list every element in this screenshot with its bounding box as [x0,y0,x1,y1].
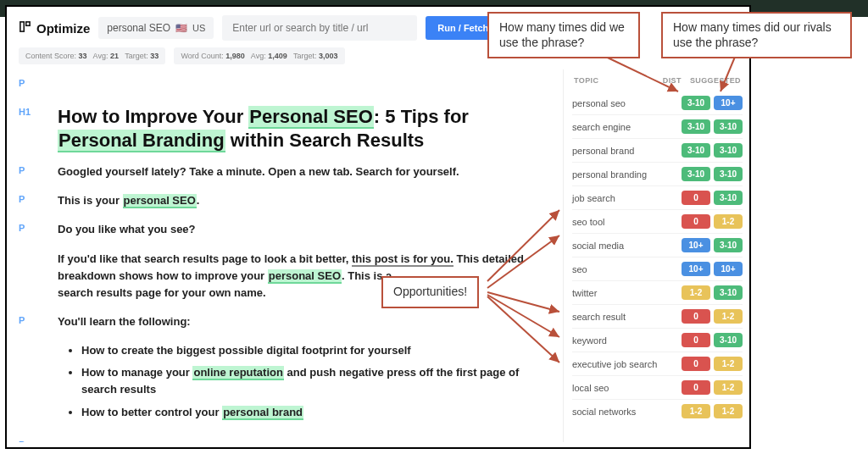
suggested-pill: 3-10 [714,285,743,300]
col-topic: TOPIC [574,76,598,85]
paragraph: Do you like what you see? [58,221,196,238]
suggested-pill: 3-10 [714,238,743,252]
dist-pill: 3-10 [682,96,710,110]
list-item: How to create the biggest possible digit… [81,342,548,359]
app-title-text: Optimize [36,21,90,36]
topic-name: search result [572,312,678,322]
col-suggested: SUGGESTED [690,76,741,85]
topic-row[interactable]: personal brand3-103-10 [572,138,743,162]
locale-text: US [192,23,205,33]
topic-row[interactable]: twitter1-23-10 [572,280,743,304]
suggested-pill: 1-2 [714,357,743,371]
tag-p: P [19,76,42,88]
col-dist: DIST [663,76,682,85]
dist-pill: 1-2 [682,404,710,418]
topic-name: keyword [572,335,678,346]
dist-pill: 0 [682,333,710,347]
layout-icon [19,20,31,36]
locale-flag: 🇺🇸 [175,23,187,34]
keyword-text: personal SEO [107,22,170,34]
topic-row[interactable]: local seo01-2 [572,375,743,399]
topic-row[interactable]: social networks1-21-2 [572,399,743,423]
main-area: P H1 How to Improve Your Personal SEO: 5… [7,69,749,442]
topic-name: personal branding [572,169,678,180]
dist-pill: 1-2 [682,285,710,300]
dist-pill: 0 [682,309,710,324]
topic-row[interactable]: personal seo3-1010+ [572,91,743,114]
suggested-pill: 3-10 [714,191,743,205]
svg-rect-1 [26,22,30,25]
topic-name: personal brand [572,146,678,156]
topic-row[interactable]: personal branding3-103-10 [572,162,743,185]
annotation-suggested: How many times did our rivals use the ph… [661,12,852,58]
suggested-pill: 10+ [714,96,743,110]
topic-name: executive job search [572,359,678,369]
topic-row[interactable]: search result01-2 [572,304,743,328]
topic-row[interactable]: keyword03-10 [572,328,743,352]
dist-pill: 0 [682,214,710,229]
tag-h1: H1 [19,105,42,117]
paragraph: Googled yourself lately? Take a minute. … [58,163,459,180]
empty-paragraph: P [19,76,548,93]
topic-row[interactable]: seo tool01-2 [572,209,743,233]
topic-name: social networks [572,407,678,417]
suggested-pill: 10+ [714,262,743,276]
list-item: How to better control your personal bran… [81,404,548,421]
dist-pill: 0 [682,380,710,395]
page-title: How to Improve Your Personal SEO: 5 Tips… [58,105,548,152]
dist-pill: 3-10 [682,167,710,181]
suggested-pill: 1-2 [714,309,743,324]
bullet-list: How to create the biggest possible digit… [58,342,548,426]
topic-name: personal seo [572,98,678,108]
topics-header: TOPIC DIST SUGGESTED [572,73,743,91]
content-score-chip: Content Score: 33 Avg: 21 Target: 33 [19,47,165,64]
app-title: Optimize [19,20,90,36]
topic-name: search engine [572,122,678,132]
topic-row[interactable]: social media10+3-10 [572,233,743,257]
suggested-pill: 3-10 [714,167,743,181]
dist-pill: 3-10 [682,119,710,134]
dist-pill: 0 [682,191,710,205]
topics-list: personal seo3-1010+search engine3-103-10… [572,91,743,423]
dist-pill: 10+ [682,262,710,276]
paragraph: This is your personal SEO. [58,192,199,209]
suggested-pill: 1-2 [714,214,743,229]
paragraph: You'll learn the following: [58,313,191,330]
topic-name: seo tool [572,217,678,227]
app-window: Optimize personal SEO 🇺🇸 US Run / Fetch … [5,5,751,449]
suggested-pill: 3-10 [714,333,743,347]
suggested-pill: 1-2 [714,404,743,418]
topic-name: job search [572,193,678,203]
list-item: How to manage your online reputation and… [81,364,548,398]
keyword-chip[interactable]: personal SEO 🇺🇸 US [98,17,214,39]
dist-pill: 10+ [682,238,710,252]
annotation-dist: How many times did we use the phrase? [487,12,640,58]
word-count-chip: Word Count: 1,980 Avg: 1,409 Target: 3,0… [174,47,344,64]
search-input[interactable] [222,15,417,41]
topic-name: local seo [572,383,678,393]
suggested-pill: 3-10 [714,119,743,134]
dist-pill: 0 [682,357,710,371]
heading-row: H1 How to Improve Your Personal SEO: 5 T… [19,105,548,152]
topic-row[interactable]: executive job search01-2 [572,352,743,375]
topics-sidebar: TOPIC DIST SUGGESTED personal seo3-1010+… [563,69,749,442]
topic-name: seo [572,264,678,274]
annotation-opportunities: Opportunities! [381,276,479,308]
suggested-pill: 1-2 [714,380,743,395]
dist-pill: 3-10 [682,143,710,158]
stage: Optimize personal SEO 🇺🇸 US Run / Fetch … [0,0,868,454]
suggested-pill: 3-10 [714,143,743,158]
topic-name: social media [572,241,678,251]
topic-name: twitter [572,288,678,298]
note-paragraph: Note: Got a common name? You're not alon… [58,438,548,442]
topic-row[interactable]: job search03-10 [572,185,743,209]
topic-row[interactable]: search engine3-103-10 [572,114,743,138]
topic-row[interactable]: seo10+10+ [572,257,743,280]
svg-rect-0 [20,22,24,31]
content-editor[interactable]: P H1 How to Improve Your Personal SEO: 5… [7,69,563,442]
